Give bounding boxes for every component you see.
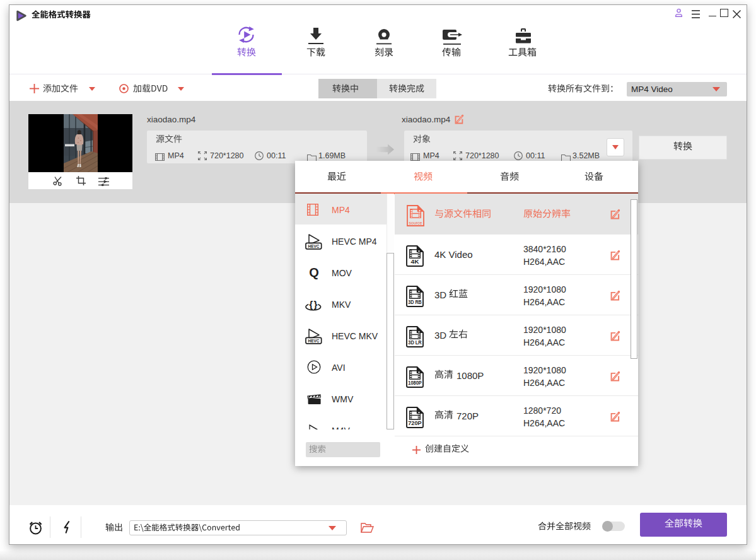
- svg-text:1080P: 1080P: [408, 379, 422, 386]
- svg-text:source: source: [409, 221, 422, 225]
- svg-text:Q: Q: [309, 265, 319, 279]
- svg-text:3D LR: 3D LR: [408, 339, 422, 346]
- svg-text:4K: 4K: [411, 258, 419, 265]
- svg-text:720P: 720P: [408, 419, 422, 426]
- svg-text:HEVC: HEVC: [308, 244, 320, 248]
- svg-text:3D RB: 3D RB: [408, 298, 422, 305]
- svg-text:HEVC: HEVC: [308, 339, 320, 343]
- svg-text:{: {: [309, 299, 313, 310]
- svg-text:}: }: [314, 299, 318, 310]
